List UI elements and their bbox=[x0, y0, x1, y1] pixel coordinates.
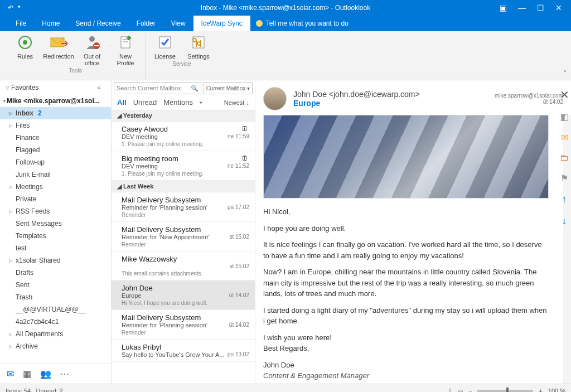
action-bar: ✕ ◧ ✉ 🗀 ⚑ ↑ ↓ bbox=[558, 80, 571, 227]
folder-item[interactable]: test bbox=[0, 242, 111, 254]
folder-item[interactable]: ▷Meetings bbox=[0, 181, 111, 193]
undo-icon[interactable]: ↶ bbox=[8, 4, 13, 12]
message-item[interactable]: Lukas PribylSay hello to YouTube's Grow … bbox=[112, 340, 255, 362]
calendar-view-icon[interactable]: ▦ bbox=[23, 369, 31, 379]
message-subject: Europe bbox=[122, 292, 141, 299]
message-item[interactable]: Mike Wazzowskyst 15.02This email contain… bbox=[112, 251, 255, 280]
search-scope-dropdown[interactable]: Current Mailbox ▾ bbox=[204, 82, 253, 94]
svg-point-1 bbox=[23, 40, 27, 45]
out-of-office-button[interactable]: Out of office bbox=[78, 33, 106, 66]
folder-item[interactable]: ▷x1solar Shared bbox=[0, 254, 111, 267]
folder-item[interactable]: Finance bbox=[0, 132, 111, 144]
view-normal-icon[interactable]: ▯ bbox=[448, 387, 452, 392]
tab-icewarp-sync[interactable]: IceWarp Sync bbox=[193, 16, 250, 31]
message-item[interactable]: Big meeting roomDEV meetingne 11:521. Pl… bbox=[112, 151, 255, 181]
folder-item[interactable]: __@@VIRTUAL@@__ bbox=[0, 303, 111, 316]
reading-body: Hi Nicol, I hope you are doing well. It … bbox=[255, 115, 571, 384]
search-input[interactable]: Search Current Mailbox 🔍 bbox=[114, 82, 201, 94]
qat-dropdown-icon[interactable]: ▾ bbox=[18, 4, 21, 12]
signature-name: John Doe bbox=[263, 360, 549, 371]
folder-item[interactable]: ▷Files bbox=[0, 119, 111, 132]
folder-label: Private bbox=[16, 195, 36, 203]
ribbon-display-icon[interactable]: ▣ bbox=[500, 3, 507, 12]
ribbon-group-tools: Rules Redirection Out of office New Prof… bbox=[6, 33, 146, 80]
nav-switcher: ✉ ▦ 👥 ⋯ bbox=[0, 364, 111, 384]
body-p5: I started doing a light diary of my "adv… bbox=[263, 305, 549, 327]
mark-unread-icon[interactable]: ◧ bbox=[560, 112, 569, 122]
folder-list: ▷Inbox2▷FilesFinanceFlaggedFollow-upJunk… bbox=[0, 107, 111, 364]
chevron-right-icon: ▷ bbox=[9, 332, 13, 337]
ribbon-collapse-icon[interactable]: ˄ bbox=[563, 70, 567, 78]
message-from: Mail Delivery Subsystem bbox=[122, 196, 249, 204]
pane-collapse-icon[interactable]: < bbox=[98, 84, 105, 91]
folder-item[interactable]: Sent Messages bbox=[0, 217, 111, 230]
zoom-out-icon[interactable]: − bbox=[468, 388, 472, 393]
previous-icon[interactable]: ↑ bbox=[562, 193, 567, 205]
folder-label: Archive bbox=[16, 342, 38, 350]
settings-button[interactable]: Settings bbox=[185, 33, 212, 60]
sort-dropdown[interactable]: Newest ↓ bbox=[224, 99, 249, 106]
filter-all[interactable]: All bbox=[117, 98, 127, 107]
folder-item[interactable]: ▷Archive bbox=[0, 340, 111, 352]
favorites-header[interactable]: ▽ Favorites < bbox=[0, 80, 111, 95]
reply-icon[interactable]: ✉ bbox=[561, 132, 568, 143]
folder-item[interactable]: Sent bbox=[0, 279, 111, 291]
mail-view-icon[interactable]: ✉ bbox=[7, 369, 14, 379]
maximize-icon[interactable]: ☐ bbox=[537, 3, 544, 12]
new-profile-button[interactable]: New Profile bbox=[112, 33, 139, 66]
next-icon[interactable]: ↓ bbox=[562, 215, 567, 227]
folder-label: Flagged bbox=[16, 146, 40, 154]
reading-meta: mike.sparrow@x1solar.com út 14.02 bbox=[495, 93, 563, 105]
tab-folder[interactable]: Folder bbox=[129, 16, 163, 31]
chevron-down-icon: ▽ bbox=[6, 85, 9, 90]
delete-icon[interactable]: ✕ bbox=[560, 88, 569, 101]
filter-mentions[interactable]: Mentions bbox=[163, 98, 193, 107]
folder-item[interactable]: Follow-up bbox=[0, 156, 111, 168]
tab-home[interactable]: Home bbox=[34, 16, 67, 31]
view-reading-icon[interactable]: ▭ bbox=[457, 387, 463, 392]
people-view-icon[interactable]: 👥 bbox=[40, 369, 51, 379]
tell-me[interactable]: Tell me what you want to do bbox=[256, 20, 349, 27]
rules-icon bbox=[16, 33, 34, 51]
folder-item[interactable]: Flagged bbox=[0, 144, 111, 156]
redirection-button[interactable]: Redirection bbox=[45, 33, 72, 66]
folder-item[interactable]: Trash bbox=[0, 291, 111, 303]
folder-item[interactable]: Junk E-mail bbox=[0, 168, 111, 181]
folder-item[interactable]: Private bbox=[0, 193, 111, 205]
minimize-icon[interactable]: — bbox=[518, 3, 526, 12]
filter-dropdown-icon[interactable]: ▾ bbox=[200, 100, 202, 105]
license-button[interactable]: License bbox=[151, 33, 179, 60]
body-p7: Best Regards, bbox=[263, 343, 549, 354]
flag-icon[interactable]: ⚑ bbox=[560, 173, 568, 183]
folder-item[interactable]: Templates bbox=[0, 230, 111, 242]
message-item[interactable]: Mail Delivery SubsystemReminder for 'Pla… bbox=[112, 192, 255, 222]
message-preview: This email contains attachments bbox=[122, 269, 249, 277]
zoom-slider[interactable] bbox=[477, 390, 533, 392]
account-header[interactable]: ▾ Mike <mike.sparrow@x1sol... bbox=[0, 95, 111, 107]
move-icon[interactable]: 🗀 bbox=[560, 153, 569, 163]
message-item[interactable]: Casey AtwoodDEV meetingne 11:591. Please… bbox=[112, 122, 255, 151]
filter-unread[interactable]: Unread bbox=[133, 98, 157, 107]
message-item[interactable]: Mail Delivery SubsystemReminder for 'Pla… bbox=[112, 310, 255, 340]
message-from: Mail Delivery Subsystem bbox=[122, 225, 249, 234]
status-unread: Unread: 2 bbox=[36, 388, 62, 393]
close-icon[interactable]: ✕ bbox=[555, 3, 562, 12]
rules-button[interactable]: Rules bbox=[11, 33, 39, 66]
more-views-icon[interactable]: ⋯ bbox=[60, 369, 69, 379]
search-icon[interactable]: 🔍 bbox=[191, 85, 199, 92]
message-group-header[interactable]: ◢ Yesterday bbox=[112, 110, 255, 122]
folder-item[interactable]: Drafts bbox=[0, 267, 111, 279]
status-items: Items: 54 bbox=[6, 388, 31, 393]
tab-file[interactable]: File bbox=[8, 16, 34, 31]
message-group-header[interactable]: ◢ Last Week bbox=[112, 181, 255, 192]
folder-item[interactable]: ▷RSS Feeds bbox=[0, 205, 111, 217]
redirection-icon bbox=[50, 33, 67, 51]
message-item[interactable]: John DoeEuropeút 14.02Hi Nicol, I hope y… bbox=[112, 280, 255, 310]
zoom-in-icon[interactable]: + bbox=[539, 388, 542, 393]
folder-item[interactable]: 4a2c7cb4c4c1 bbox=[0, 316, 111, 328]
tab-view[interactable]: View bbox=[163, 16, 193, 31]
folder-item[interactable]: ▷All Departments bbox=[0, 328, 111, 340]
message-item[interactable]: Mail Delivery SubsystemReminder for 'New… bbox=[112, 222, 255, 251]
folder-item[interactable]: ▷Inbox2 bbox=[0, 107, 111, 119]
tab-send-receive[interactable]: Send / Receive bbox=[67, 16, 128, 31]
